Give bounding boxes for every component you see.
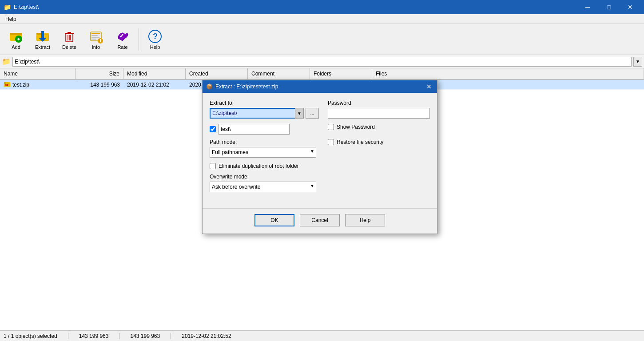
- svg-rect-4: [18, 38, 19, 40]
- address-bar: 📁 ▼: [0, 55, 644, 68]
- extract-dialog: 📦 Extract : E:\zip\test\test.zip ✕ Extra…: [202, 80, 437, 234]
- svg-text:ZIP: ZIP: [5, 84, 8, 87]
- show-password-checkbox[interactable]: [328, 124, 334, 130]
- toolbar-divider: [139, 28, 139, 51]
- svg-rect-8: [41, 31, 44, 38]
- restore-security-row: Restore file security: [328, 139, 430, 145]
- status-divider-3: [171, 333, 171, 339]
- minimize-button[interactable]: ─: [577, 0, 598, 14]
- svg-rect-23: [100, 39, 101, 40]
- extract-label: Extract: [35, 44, 50, 50]
- status-size2: 143 199 963: [130, 333, 160, 339]
- restore-security-checkbox[interactable]: [328, 139, 334, 145]
- status-bar: 1 / 1 object(s) selected 143 199 963 143…: [0, 330, 644, 341]
- extract-input-wrap: ▼: [210, 108, 304, 119]
- overwrite-select-wrap: Ask before overwrite Overwrite all Skip …: [210, 182, 316, 192]
- overwrite-group: Overwrite mode: Ask before overwrite Ove…: [210, 174, 319, 192]
- subfolder-input[interactable]: [219, 124, 290, 135]
- status-divider-1: [68, 333, 68, 339]
- cancel-button[interactable]: Cancel: [300, 214, 340, 226]
- title-bar-controls: ─ □ ✕: [577, 0, 640, 14]
- help-icon: ?: [148, 29, 162, 44]
- subfolder-row: [210, 124, 319, 135]
- dialog-title-bar: 📦 Extract : E:\zip\test\test.zip ✕: [203, 80, 437, 93]
- svg-rect-27: [4, 82, 6, 83]
- file-modified: 2019-12-02 21:02: [123, 82, 186, 88]
- col-header-folders[interactable]: Folders: [310, 68, 372, 79]
- svg-rect-12: [68, 32, 71, 33]
- menu-bar: Help: [0, 14, 644, 24]
- svg-rect-22: [100, 40, 101, 42]
- app-icon: 📁: [4, 4, 11, 11]
- path-mode-select[interactable]: Full pathnames Relative pathnames No pat…: [210, 147, 316, 158]
- restore-button[interactable]: □: [599, 0, 619, 14]
- svg-rect-1: [10, 33, 22, 35]
- rate-label: Rate: [117, 44, 127, 50]
- window-title: E:\zip\test\: [14, 4, 39, 10]
- restore-security-label: Restore file security: [337, 139, 383, 145]
- path-mode-select-wrap: Full pathnames Relative pathnames No pat…: [210, 147, 316, 158]
- info-label: Info: [92, 44, 100, 50]
- address-input[interactable]: [12, 57, 632, 67]
- extract-path-input[interactable]: [210, 108, 304, 119]
- col-header-modified[interactable]: Modified: [123, 68, 186, 79]
- file-size: 143 199 963: [76, 82, 123, 88]
- eliminate-dup-checkbox[interactable]: [210, 163, 216, 169]
- svg-rect-17: [91, 33, 100, 34]
- status-divider-2: [119, 333, 119, 339]
- rate-icon: [115, 29, 130, 44]
- overwrite-label: Overwrite mode:: [210, 174, 319, 180]
- title-bar-left: 📁 E:\zip\test\: [4, 4, 39, 11]
- eliminate-dup-label: Eliminate duplication of root folder: [219, 163, 299, 169]
- add-label: Add: [12, 44, 20, 50]
- status-size1: 143 199 963: [79, 333, 109, 339]
- dialog-title: Extract : E:\zip\test\test.zip: [215, 83, 278, 90]
- show-password-row: Show Password: [328, 124, 430, 130]
- address-dropdown[interactable]: ▼: [633, 57, 642, 67]
- overwrite-select[interactable]: Ask before overwrite Overwrite all Skip …: [210, 182, 316, 192]
- extract-to-row: ▼ ...: [210, 108, 319, 119]
- dialog-help-button[interactable]: Help: [345, 214, 385, 226]
- title-bar: 📁 E:\zip\test\ ─ □ ✕: [0, 0, 644, 14]
- dialog-app-icon: 📦: [206, 83, 213, 90]
- password-input[interactable]: [328, 108, 430, 119]
- path-mode-group: Path mode: Full pathnames Relative pathn…: [210, 139, 319, 158]
- dialog-left-col: Extract to: ▼ ...: [210, 100, 319, 198]
- svg-rect-19: [91, 37, 99, 38]
- dialog-body: Extract to: ▼ ...: [203, 93, 437, 205]
- info-icon: [89, 29, 103, 44]
- dialog-close-button[interactable]: ✕: [425, 82, 433, 91]
- ok-button[interactable]: OK: [254, 214, 294, 226]
- delete-label: Delete: [62, 44, 76, 50]
- menu-help[interactable]: Help: [2, 15, 20, 23]
- svg-rect-6: [36, 33, 41, 35]
- file-name: test.zip: [12, 82, 29, 88]
- add-icon: [9, 29, 23, 44]
- path-mode-label: Path mode:: [210, 139, 319, 145]
- password-group: Password: [328, 100, 430, 119]
- extract-to-group: Extract to: ▼ ...: [210, 100, 319, 119]
- add-button[interactable]: Add: [4, 26, 28, 53]
- restore-security-group: Restore file security: [328, 139, 430, 145]
- dialog-title-left: 📦 Extract : E:\zip\test\test.zip: [206, 83, 278, 90]
- browse-button[interactable]: ...: [306, 108, 319, 119]
- rate-button[interactable]: Rate: [110, 26, 135, 53]
- svg-rect-20: [91, 39, 96, 40]
- file-icon: ZIP: [4, 80, 11, 89]
- extract-button[interactable]: Extract: [30, 26, 55, 53]
- col-header-comment[interactable]: Comment: [248, 68, 310, 79]
- svg-rect-18: [91, 35, 98, 36]
- col-header-created[interactable]: Created: [186, 68, 248, 79]
- help-toolbar-button[interactable]: ? Help: [143, 26, 167, 53]
- col-header-name[interactable]: Name: [0, 68, 76, 79]
- close-button[interactable]: ✕: [620, 0, 640, 14]
- col-header-size[interactable]: Size: [76, 68, 123, 79]
- extract-path-dropdown[interactable]: ▼: [295, 108, 304, 119]
- col-header-files[interactable]: Files: [372, 68, 644, 79]
- delete-icon: [62, 29, 76, 44]
- delete-button[interactable]: Delete: [57, 26, 82, 53]
- subfolder-checkbox[interactable]: [210, 126, 216, 132]
- dialog-footer: OK Cancel Help: [203, 208, 437, 234]
- info-button[interactable]: Info: [83, 26, 108, 53]
- status-date: 2019-12-02 21:02:52: [182, 333, 231, 339]
